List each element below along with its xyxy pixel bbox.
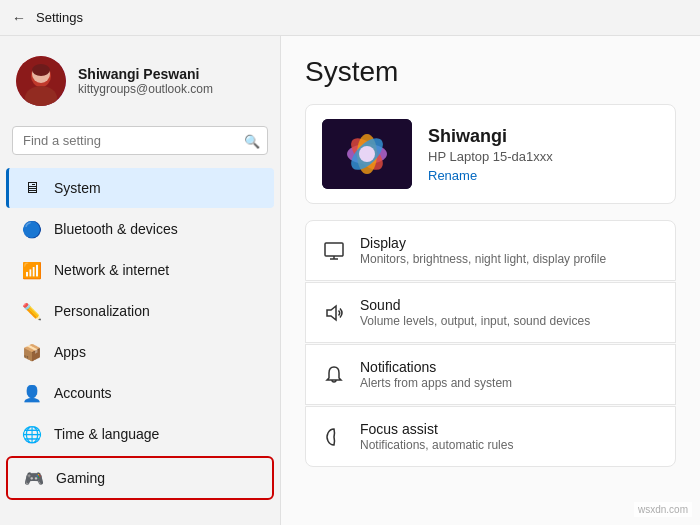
sidebar-item-personalization[interactable]: ✏️Personalization (6, 291, 274, 331)
device-info: Shiwangi HP Laptop 15-da1xxx Rename (428, 126, 553, 183)
user-name: Shiwangi Peswani (78, 66, 213, 82)
svg-point-10 (359, 146, 375, 162)
sound-icon (322, 301, 346, 325)
notifications-desc: Alerts from apps and system (360, 376, 512, 390)
gaming-icon: 🎮 (24, 468, 44, 488)
time-icon: 🌐 (22, 424, 42, 444)
display-text: DisplayMonitors, brightness, night light… (360, 235, 606, 266)
watermark: wsxdn.com (634, 502, 692, 517)
search-box: 🔍 (12, 126, 268, 155)
sound-text: SoundVolume levels, output, input, sound… (360, 297, 590, 328)
bluetooth-icon: 🔵 (22, 219, 42, 239)
back-icon: ← (12, 10, 26, 26)
sidebar-item-network[interactable]: 📶Network & internet (6, 250, 274, 290)
sidebar-item-label-bluetooth: Bluetooth & devices (54, 221, 178, 237)
notifications-text: NotificationsAlerts from apps and system (360, 359, 512, 390)
window-title: Settings (36, 10, 83, 25)
sidebar-item-label-network: Network & internet (54, 262, 169, 278)
settings-item-display[interactable]: DisplayMonitors, brightness, night light… (305, 220, 676, 281)
personalization-icon: ✏️ (22, 301, 42, 321)
sidebar-item-label-apps: Apps (54, 344, 86, 360)
focus-assist-text: Focus assistNotifications, automatic rul… (360, 421, 513, 452)
search-icon: 🔍 (244, 133, 260, 148)
settings-list: DisplayMonitors, brightness, night light… (305, 220, 676, 467)
focus-assist-desc: Notifications, automatic rules (360, 438, 513, 452)
device-model: HP Laptop 15-da1xxx (428, 149, 553, 164)
user-info: Shiwangi Peswani kittygroups@outlook.com (78, 66, 213, 96)
user-email: kittygroups@outlook.com (78, 82, 213, 96)
sidebar-item-label-personalization: Personalization (54, 303, 150, 319)
content-area: Shiwangi Peswani kittygroups@outlook.com… (0, 36, 700, 525)
display-desc: Monitors, brightness, night light, displ… (360, 252, 606, 266)
main-panel: System Shiwangi HP Laptop 15-da1xxx Rena… (280, 36, 700, 525)
sound-title: Sound (360, 297, 590, 313)
settings-item-sound[interactable]: SoundVolume levels, output, input, sound… (305, 282, 676, 343)
sidebar-item-accounts[interactable]: 👤Accounts (6, 373, 274, 413)
sound-desc: Volume levels, output, input, sound devi… (360, 314, 590, 328)
back-button[interactable]: ← (12, 10, 26, 26)
device-thumbnail (322, 119, 412, 189)
svg-point-4 (32, 64, 50, 76)
settings-item-notifications[interactable]: NotificationsAlerts from apps and system (305, 344, 676, 405)
sidebar-item-gaming[interactable]: 🎮Gaming (6, 456, 274, 500)
sidebar-item-time[interactable]: 🌐Time & language (6, 414, 274, 454)
sidebar-item-apps[interactable]: 📦Apps (6, 332, 274, 372)
page-title: System (305, 56, 676, 88)
user-profile: Shiwangi Peswani kittygroups@outlook.com (0, 48, 280, 122)
display-icon (322, 239, 346, 263)
system-icon: 🖥 (22, 178, 42, 198)
notifications-title: Notifications (360, 359, 512, 375)
sidebar-item-bluetooth[interactable]: 🔵Bluetooth & devices (6, 209, 274, 249)
nav-list: 🖥System🔵Bluetooth & devices📶Network & in… (0, 167, 280, 502)
svg-rect-11 (325, 243, 343, 256)
avatar-image (16, 56, 66, 106)
svg-marker-14 (327, 306, 336, 320)
network-icon: 📶 (22, 260, 42, 280)
apps-icon: 📦 (22, 342, 42, 362)
settings-item-focus-assist[interactable]: Focus assistNotifications, automatic rul… (305, 406, 676, 467)
sidebar-item-label-time: Time & language (54, 426, 159, 442)
device-image (322, 119, 412, 189)
sidebar-item-label-system: System (54, 180, 101, 196)
search-input[interactable] (12, 126, 268, 155)
sidebar-item-system[interactable]: 🖥System (6, 168, 274, 208)
avatar (16, 56, 66, 106)
sidebar-item-label-accounts: Accounts (54, 385, 112, 401)
display-title: Display (360, 235, 606, 251)
device-card: Shiwangi HP Laptop 15-da1xxx Rename (305, 104, 676, 204)
device-name: Shiwangi (428, 126, 553, 147)
focus-assist-title: Focus assist (360, 421, 513, 437)
accounts-icon: 👤 (22, 383, 42, 403)
sidebar: Shiwangi Peswani kittygroups@outlook.com… (0, 36, 280, 525)
rename-link[interactable]: Rename (428, 168, 553, 183)
notifications-icon (322, 363, 346, 387)
focus-assist-icon (322, 425, 346, 449)
title-bar: ← Settings (0, 0, 700, 36)
sidebar-item-label-gaming: Gaming (56, 470, 105, 486)
